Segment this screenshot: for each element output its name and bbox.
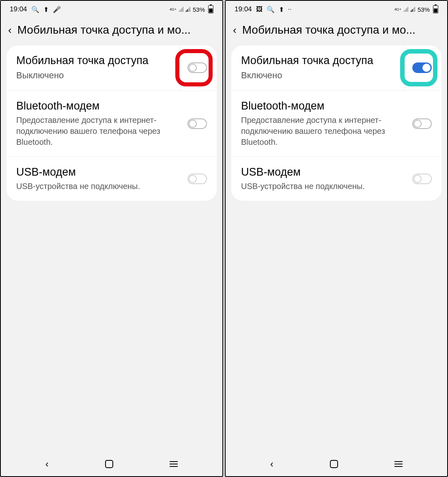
- hotspot-toggle[interactable]: [187, 62, 207, 73]
- settings-card: Мобильная точка доступа Выключено Blueto…: [6, 45, 217, 201]
- signal-icon-2: [411, 7, 415, 12]
- row-title: Bluetooth-модем: [241, 99, 408, 113]
- battery-icon: [433, 5, 438, 13]
- row-usb-tether[interactable]: USB-модем USB-устройства не подключены.: [6, 157, 217, 201]
- search-icon: 🔍: [31, 6, 39, 13]
- row-subtitle: Включено: [241, 69, 401, 82]
- signal-icon-2: [186, 7, 190, 12]
- page-header: ‹ Мобильная точка доступа и мо...: [1, 18, 222, 45]
- row-subtitle: USB-устройства не подключены.: [241, 181, 408, 192]
- row-bluetooth-tether[interactable]: Bluetooth-модем Предоставление доступа к…: [6, 90, 217, 157]
- nav-bar: ‹: [1, 452, 222, 476]
- phone-screen-right: 19:04 🖼 🔍 ⬆ ·· 4G+ 53% ‹ Мобильная точка…: [225, 0, 448, 477]
- page-title: Мобильная точка доступа и мо...: [17, 24, 191, 37]
- bluetooth-tether-toggle[interactable]: [187, 118, 207, 129]
- row-subtitle: Выключено: [16, 69, 176, 82]
- network-label: 4G+: [394, 8, 401, 11]
- more-icon: ··: [288, 6, 292, 13]
- nav-home-button[interactable]: [330, 460, 338, 468]
- voice-icon: 🎤: [53, 6, 61, 13]
- row-subtitle: USB-устройства не подключены.: [16, 181, 183, 192]
- usb-tether-toggle: [187, 174, 207, 184]
- row-title: Bluetooth-модем: [16, 99, 183, 113]
- upload-icon: ⬆: [43, 6, 49, 13]
- row-subtitle: Предоставление доступа к интернет-подклю…: [16, 115, 183, 148]
- status-time: 19:04: [235, 5, 252, 13]
- row-title: Мобильная точка доступа: [241, 54, 401, 68]
- phone-screen-left: 19:04 🔍 ⬆ 🎤 4G+ 53% ‹ Мобильная точка до…: [0, 0, 223, 477]
- row-mobile-hotspot[interactable]: Мобильная точка доступа Включено: [231, 45, 442, 90]
- back-button[interactable]: ‹: [8, 25, 12, 35]
- nav-home-button[interactable]: [105, 460, 113, 468]
- page-title: Мобильная точка доступа и мо...: [242, 24, 416, 37]
- status-bar: 19:04 🖼 🔍 ⬆ ·· 4G+ 53%: [226, 1, 447, 18]
- row-title: Мобильная точка доступа: [16, 54, 176, 68]
- back-button[interactable]: ‹: [233, 25, 237, 35]
- nav-bar: ‹: [226, 452, 447, 476]
- nav-back-button[interactable]: ‹: [45, 458, 49, 470]
- row-usb-tether[interactable]: USB-модем USB-устройства не подключены.: [231, 157, 442, 201]
- status-bar: 19:04 🔍 ⬆ 🎤 4G+ 53%: [1, 1, 222, 18]
- row-bluetooth-tether[interactable]: Bluetooth-модем Предоставление доступа к…: [231, 90, 442, 157]
- hotspot-toggle[interactable]: [412, 62, 432, 73]
- bluetooth-tether-toggle[interactable]: [412, 118, 432, 129]
- battery-percent: 53%: [418, 6, 430, 13]
- status-time: 19:04: [10, 5, 27, 13]
- row-mobile-hotspot[interactable]: Мобильная точка доступа Выключено: [6, 45, 217, 90]
- search-icon: 🔍: [267, 6, 275, 13]
- usb-tether-toggle: [412, 174, 432, 184]
- nav-recents-button[interactable]: [394, 461, 403, 467]
- battery-percent: 53%: [193, 6, 205, 13]
- row-title: USB-модем: [16, 165, 183, 179]
- settings-card: Мобильная точка доступа Включено Bluetoo…: [231, 45, 442, 201]
- upload-icon: ⬆: [279, 6, 284, 13]
- page-header: ‹ Мобильная точка доступа и мо...: [226, 18, 447, 45]
- row-title: USB-модем: [241, 165, 408, 179]
- nav-recents-button[interactable]: [170, 461, 178, 467]
- battery-icon: [208, 5, 213, 13]
- nav-back-button[interactable]: ‹: [270, 458, 274, 470]
- image-icon: 🖼: [256, 6, 263, 13]
- signal-icon: [179, 7, 183, 12]
- signal-icon: [404, 7, 408, 12]
- network-label: 4G+: [170, 8, 177, 11]
- row-subtitle: Предоставление доступа к интернет-подклю…: [241, 115, 408, 148]
